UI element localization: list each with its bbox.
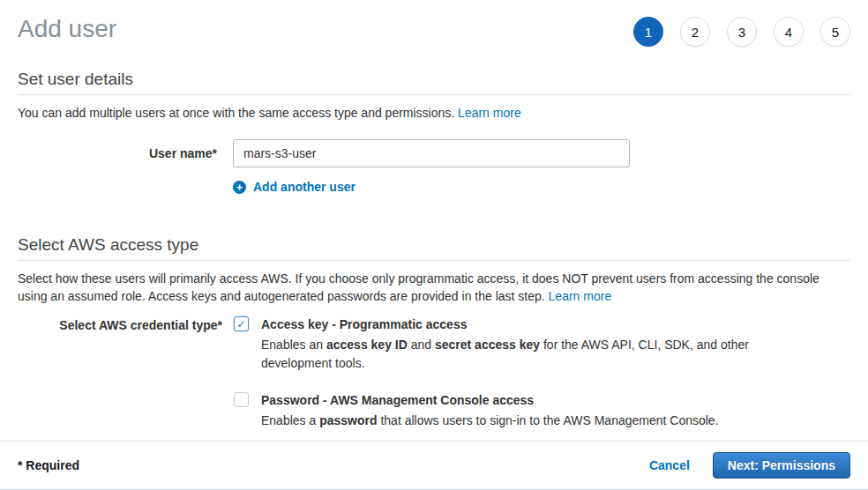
password-option-desc: Enables a password that allows users to … [261, 412, 719, 430]
user-details-description: You can add multiple users at once with … [18, 104, 850, 122]
username-label: User name* [18, 139, 217, 167]
user-details-heading: Set user details [18, 70, 850, 89]
credential-options: ✓ Access key - Programmatic access Enabl… [234, 316, 764, 430]
wizard-footer: * Required Cancel Next: Permissions [0, 441, 868, 490]
access-type-learn-more-link[interactable]: Learn more [549, 289, 612, 303]
desc-text: and [408, 338, 435, 352]
user-details-description-text: You can add multiple users at once with … [18, 106, 454, 120]
username-field-wrap [233, 139, 630, 167]
credential-type-row: Select AWS credential type* ✓ Access key… [18, 316, 850, 430]
password-option-text: Password - AWS Management Console access… [261, 392, 719, 430]
plus-circle-icon: + [233, 181, 246, 194]
next-permissions-button[interactable]: Next: Permissions [713, 452, 850, 479]
step-5-number: 5 [832, 25, 839, 40]
checkmark-icon: ✓ [236, 318, 245, 330]
step-1-number: 1 [645, 25, 652, 40]
step-3-number: 3 [738, 25, 745, 40]
access-key-option-title: Access key - Programmatic access [261, 316, 764, 332]
section-divider [18, 94, 850, 95]
step-indicator-1: 1 [633, 17, 663, 47]
desc-text: Enables an [261, 338, 326, 352]
access-key-checkbox[interactable]: ✓ [234, 316, 249, 331]
access-key-option: ✓ Access key - Programmatic access Enabl… [234, 316, 764, 373]
step-indicator: 1 2 3 4 5 [633, 14, 850, 47]
add-user-page: Add user 1 2 3 4 5 Set user details You … [0, 0, 868, 490]
access-type-heading: Select AWS access type [18, 235, 850, 255]
step-4-number: 4 [785, 25, 792, 40]
credential-type-label: Select AWS credential type* [18, 316, 222, 430]
add-another-user-label: Add another user [253, 180, 355, 194]
access-type-description-text: Select how these users will primarily ac… [18, 271, 819, 303]
access-key-option-desc: Enables an access key ID and secret acce… [261, 336, 764, 373]
cancel-button[interactable]: Cancel [649, 458, 690, 472]
password-option-title: Password - AWS Management Console access [261, 392, 719, 408]
step-indicator-4: 4 [774, 17, 804, 47]
step-indicator-3: 3 [727, 17, 757, 47]
section-user-details: Set user details You can add multiple us… [0, 47, 868, 195]
add-another-user-button[interactable]: + Add another user [233, 180, 355, 194]
step-indicator-2: 2 [680, 17, 710, 47]
desc-text: that allows users to sign-in to the AWS … [378, 413, 719, 427]
password-option: Password - AWS Management Console access… [234, 392, 764, 430]
page-header: Add user 1 2 3 4 5 [0, 0, 868, 47]
username-input[interactable] [233, 139, 630, 167]
user-details-learn-more-link[interactable]: Learn more [458, 106, 521, 120]
page-title: Add user [18, 14, 116, 44]
desc-text: Enables a [261, 413, 319, 427]
access-key-option-text: Access key - Programmatic access Enables… [261, 316, 764, 373]
desc-bold-text: secret access key [435, 338, 540, 352]
section-divider [18, 260, 850, 261]
required-note: * Required [18, 458, 79, 472]
step-indicator-5: 5 [820, 17, 850, 47]
desc-bold-text: password [319, 413, 377, 427]
access-type-description: Select how these users will primarily ac… [18, 270, 850, 306]
desc-bold-text: access key ID [326, 338, 408, 352]
password-checkbox[interactable] [234, 392, 249, 407]
section-access-type: Select AWS access type Select how these … [0, 195, 868, 431]
step-2-number: 2 [692, 25, 699, 40]
username-form-row: User name* [18, 139, 850, 167]
